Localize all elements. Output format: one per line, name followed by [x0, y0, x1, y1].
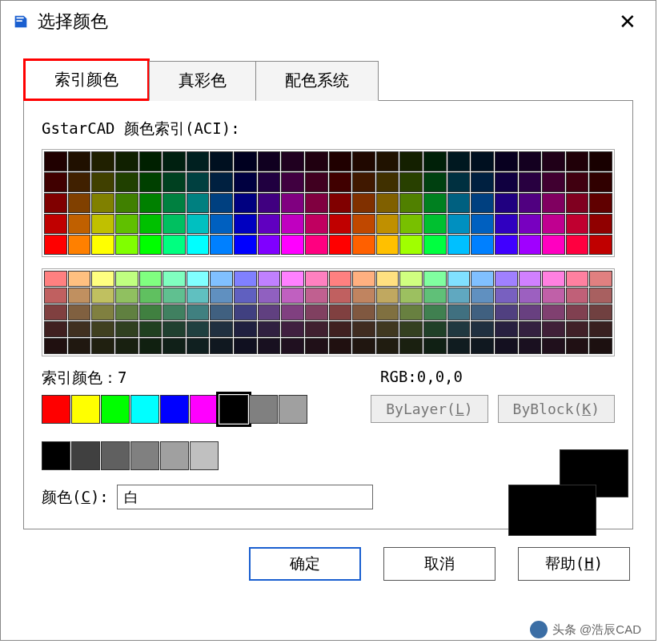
aci-swatch[interactable] [447, 338, 471, 354]
aci-swatch[interactable] [258, 235, 281, 255]
aci-swatch[interactable] [162, 151, 186, 171]
standard-swatch[interactable] [160, 395, 189, 424]
aci-swatch[interactable] [139, 235, 162, 255]
aci-swatch[interactable] [329, 214, 352, 234]
tab-color-books[interactable]: 配色系统 [255, 61, 379, 101]
aci-swatch[interactable] [566, 235, 589, 255]
aci-swatch[interactable] [495, 271, 518, 287]
aci-swatch[interactable] [139, 214, 162, 234]
aci-swatch[interactable] [376, 151, 399, 171]
aci-swatch[interactable] [68, 271, 91, 287]
aci-swatch[interactable] [187, 271, 210, 287]
aci-swatch[interactable] [139, 271, 162, 287]
aci-swatch[interactable] [329, 271, 352, 287]
aci-swatch[interactable] [305, 151, 328, 171]
aci-swatch[interactable] [91, 321, 114, 337]
aci-swatch[interactable] [471, 304, 494, 320]
aci-swatch[interactable] [519, 214, 542, 234]
bylayer-button[interactable]: ByLayer(L) [371, 395, 487, 423]
aci-swatch[interactable] [542, 338, 565, 354]
aci-swatch[interactable] [139, 321, 162, 337]
aci-swatch[interactable] [589, 235, 612, 255]
aci-swatch[interactable] [187, 172, 210, 192]
aci-swatch[interactable] [589, 214, 612, 234]
aci-swatch[interactable] [234, 304, 257, 320]
aci-swatch[interactable] [447, 288, 471, 304]
aci-swatch[interactable] [68, 304, 91, 320]
aci-swatch[interactable] [399, 304, 423, 320]
aci-swatch[interactable] [542, 172, 565, 192]
aci-swatch[interactable] [589, 338, 612, 354]
aci-swatch[interactable] [115, 304, 138, 320]
aci-swatch[interactable] [115, 151, 138, 171]
aci-swatch[interactable] [281, 321, 304, 337]
aci-swatch[interactable] [519, 235, 542, 255]
aci-swatch[interactable] [234, 172, 257, 192]
aci-swatch[interactable] [281, 338, 304, 354]
aci-swatch[interactable] [471, 172, 494, 192]
aci-swatch[interactable] [423, 288, 447, 304]
aci-swatch[interactable] [399, 193, 423, 213]
aci-swatch[interactable] [139, 151, 162, 171]
aci-swatch[interactable] [376, 214, 399, 234]
aci-swatch[interactable] [68, 151, 91, 171]
aci-swatch[interactable] [589, 151, 612, 171]
aci-swatch[interactable] [187, 338, 210, 354]
aci-swatch[interactable] [305, 338, 328, 354]
aci-swatch[interactable] [423, 338, 447, 354]
aci-swatch[interactable] [566, 271, 589, 287]
aci-swatch[interactable] [187, 321, 210, 337]
aci-swatch[interactable] [542, 271, 565, 287]
aci-swatch[interactable] [519, 321, 542, 337]
aci-swatch[interactable] [258, 321, 281, 337]
aci-swatch[interactable] [234, 235, 257, 255]
aci-swatch[interactable] [352, 172, 375, 192]
aci-swatch[interactable] [399, 151, 423, 171]
aci-swatch[interactable] [162, 288, 186, 304]
aci-swatch[interactable] [68, 193, 91, 213]
aci-swatch[interactable] [162, 321, 186, 337]
aci-swatch[interactable] [399, 288, 423, 304]
aci-swatch[interactable] [495, 304, 518, 320]
standard-swatch[interactable] [279, 395, 307, 424]
aci-swatch[interactable] [423, 235, 447, 255]
aci-swatch[interactable] [68, 214, 91, 234]
aci-swatch[interactable] [115, 214, 138, 234]
aci-swatch[interactable] [471, 288, 494, 304]
aci-swatch[interactable] [471, 235, 494, 255]
aci-swatch[interactable] [399, 214, 423, 234]
aci-swatch[interactable] [139, 193, 162, 213]
aci-swatch[interactable] [281, 271, 304, 287]
aci-swatch[interactable] [115, 338, 138, 354]
aci-swatch[interactable] [471, 193, 494, 213]
aci-swatch[interactable] [91, 193, 114, 213]
aci-swatch[interactable] [139, 288, 162, 304]
aci-swatch[interactable] [423, 193, 447, 213]
aci-swatch[interactable] [210, 338, 233, 354]
aci-swatch[interactable] [423, 321, 447, 337]
aci-swatch[interactable] [329, 321, 352, 337]
aci-swatch[interactable] [566, 172, 589, 192]
aci-swatch[interactable] [305, 304, 328, 320]
aci-swatch[interactable] [91, 151, 114, 171]
aci-swatch[interactable] [162, 193, 186, 213]
aci-swatch[interactable] [258, 172, 281, 192]
aci-swatch[interactable] [91, 235, 114, 255]
aci-swatch[interactable] [423, 151, 447, 171]
aci-swatch[interactable] [495, 338, 518, 354]
aci-swatch[interactable] [68, 321, 91, 337]
aci-swatch[interactable] [447, 321, 471, 337]
aci-swatch[interactable] [423, 304, 447, 320]
aci-swatch[interactable] [234, 288, 257, 304]
aci-swatch[interactable] [162, 172, 186, 192]
aci-swatch[interactable] [305, 214, 328, 234]
aci-swatch[interactable] [115, 321, 138, 337]
aci-swatch[interactable] [495, 151, 518, 171]
aci-swatch[interactable] [305, 288, 328, 304]
tab-true-color[interactable]: 真彩色 [149, 61, 256, 101]
aci-swatch[interactable] [210, 271, 233, 287]
aci-swatch[interactable] [281, 214, 304, 234]
aci-swatch[interactable] [91, 338, 114, 354]
aci-swatch[interactable] [566, 151, 589, 171]
aci-swatch[interactable] [471, 271, 494, 287]
